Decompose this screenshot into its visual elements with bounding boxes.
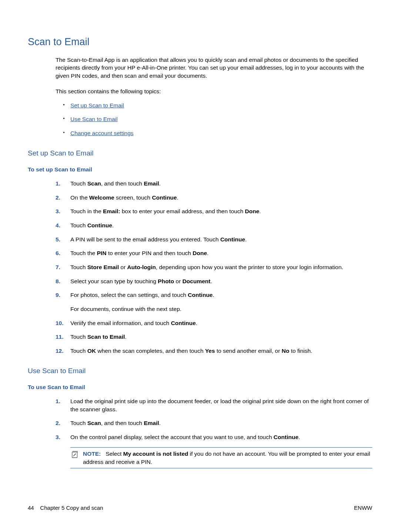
intro-block: The Scan-to-Email App is an application … xyxy=(56,56,372,137)
text: , and then touch xyxy=(101,180,144,187)
bold: Continue xyxy=(274,434,299,440)
text: to finish. xyxy=(289,348,312,354)
bold: Scan xyxy=(87,420,101,426)
bold: Auto-login xyxy=(127,264,156,270)
text: . xyxy=(259,208,261,214)
note-label: NOTE: xyxy=(83,451,101,457)
step: Touch Continue. xyxy=(56,221,372,230)
bold: Email xyxy=(144,180,159,187)
setup-steps: Touch Scan, and then touch Email. On the… xyxy=(56,180,372,355)
text: Touch xyxy=(70,180,87,187)
text: Select your scan type by touching xyxy=(70,278,158,284)
step: Veriify the email information, and touch… xyxy=(56,319,372,327)
step: Load the original print side up into the… xyxy=(56,397,372,413)
text: box to enter your email address, and the… xyxy=(120,208,245,214)
bold: Continue xyxy=(188,292,213,298)
bold: Scan xyxy=(87,180,101,187)
text: Veriify the email information, and touch xyxy=(70,320,171,326)
text: . xyxy=(112,222,114,228)
document-page: Scan to Email The Scan-to-Email App is a… xyxy=(0,0,400,532)
text: Touch xyxy=(70,348,87,354)
bold: My account is not listed xyxy=(123,451,189,457)
text: when the scan completes, and then touch xyxy=(96,348,205,354)
text: . xyxy=(210,278,212,284)
bold: Email xyxy=(144,420,159,426)
note-box: NOTE: Select My account is not listed if… xyxy=(70,447,372,468)
bold: Photo xyxy=(158,278,174,284)
setup-steps-block: Touch Scan, and then touch Email. On the… xyxy=(56,180,372,355)
toc-item: Change account settings xyxy=(63,129,372,137)
text: screen, touch xyxy=(114,194,152,201)
text: Touch the xyxy=(70,250,97,256)
step: Touch OK when the scan completes, and th… xyxy=(56,347,372,355)
text: to send another email, or xyxy=(215,348,281,354)
note-content: NOTE: Select My account is not listed if… xyxy=(72,450,371,466)
text: Load the original print side up into the… xyxy=(70,398,369,412)
bold: Yes xyxy=(205,348,215,354)
bold: Continue xyxy=(171,320,196,326)
step: For photos, select the can settings, and… xyxy=(56,291,372,313)
step: Touch in the Email: box to enter your em… xyxy=(56,207,372,215)
step: Select your scan type by touching Photo … xyxy=(56,277,372,285)
bold: PIN xyxy=(97,250,107,256)
step: A PIN will be sent to the email address … xyxy=(56,235,372,244)
text: Touch xyxy=(70,264,87,270)
text: or xyxy=(119,264,127,270)
text: . xyxy=(299,434,300,440)
toc-item: Use Scan to Email xyxy=(63,115,372,123)
text: On the xyxy=(70,194,89,201)
text: . xyxy=(159,180,161,187)
bold: Continue xyxy=(87,222,112,228)
use-heading: Use Scan to Email xyxy=(28,366,372,376)
bold: Done xyxy=(193,250,207,256)
step: Touch the PIN to enter your PIN and then… xyxy=(56,249,372,257)
use-steps-block: Load the original print side up into the… xyxy=(56,397,372,468)
text: Select xyxy=(106,451,123,457)
bold: Document xyxy=(182,278,210,284)
text: . xyxy=(213,292,214,298)
text: . xyxy=(177,194,178,201)
intro-paragraph: The Scan-to-Email App is an application … xyxy=(56,56,372,80)
setup-task-heading: To set up Scan to Email xyxy=(28,165,372,174)
text: . xyxy=(159,420,161,426)
step: Touch Store Email or Auto-login, dependi… xyxy=(56,263,372,271)
step: Touch Scan, and then touch Email. xyxy=(56,419,372,427)
page-title: Scan to Email xyxy=(28,35,372,49)
note-icon xyxy=(71,451,79,459)
bold: Email: xyxy=(103,208,120,214)
step: On the Welcome screen, touch Continue. xyxy=(56,194,372,202)
text: A PIN will be sent to the email address … xyxy=(70,236,220,242)
text: Touch xyxy=(70,334,87,340)
text: , and then touch xyxy=(101,420,144,426)
section-intro: This section contains the following topi… xyxy=(56,87,372,96)
page-number: 44 xyxy=(28,505,34,511)
text: Touch xyxy=(70,222,87,228)
step-subtext: For documents, continue with the next st… xyxy=(70,305,372,313)
text: , depending upon how you want the printe… xyxy=(156,264,343,270)
link-use[interactable]: Use Scan to Email xyxy=(70,116,118,122)
link-setup[interactable]: Set up Scan to Email xyxy=(70,102,124,108)
bold: OK xyxy=(87,348,96,354)
text: Touch in the xyxy=(70,208,103,214)
toc-item: Set up Scan to Email xyxy=(63,101,372,110)
text: or xyxy=(174,278,182,284)
footer-right: ENWW xyxy=(354,504,372,512)
bold: Done xyxy=(245,208,259,214)
text: On the control panel display, select the… xyxy=(70,434,274,440)
use-steps: Load the original print side up into the… xyxy=(56,397,372,441)
step: Touch Scan to Email. xyxy=(56,333,372,341)
setup-heading: Set up Scan to Email xyxy=(28,148,372,158)
text: . xyxy=(207,250,209,256)
step: On the control panel display, select the… xyxy=(56,433,372,441)
text: . xyxy=(245,236,247,242)
bold: Welcome xyxy=(89,194,114,201)
text: Touch xyxy=(70,420,87,426)
page-footer: 44 Chapter 5 Copy and scan ENWW xyxy=(28,504,372,512)
link-change-settings[interactable]: Change account settings xyxy=(70,130,134,136)
bold: Continue xyxy=(220,236,245,242)
text: . xyxy=(125,334,126,340)
chapter-label: Chapter 5 Copy and scan xyxy=(40,505,103,511)
toc-list: Set up Scan to Email Use Scan to Email C… xyxy=(63,101,372,137)
bold: Scan to Email xyxy=(87,334,125,340)
bold: Store Email xyxy=(87,264,119,270)
